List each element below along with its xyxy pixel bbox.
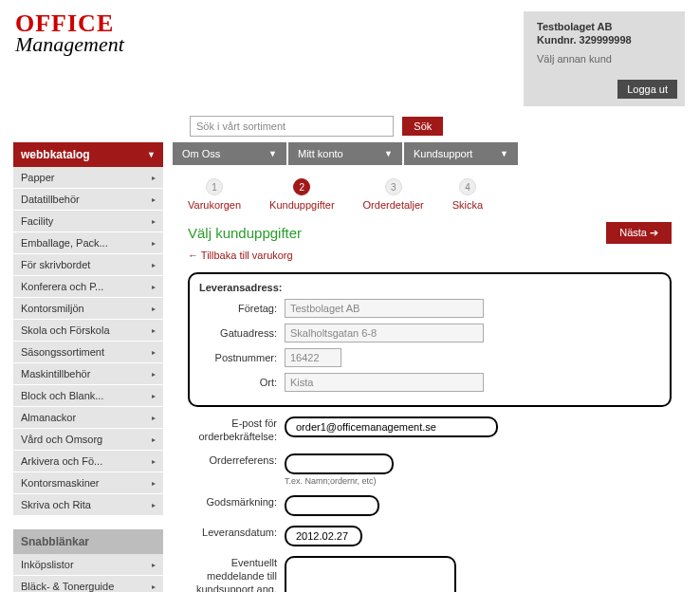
sidebar-item[interactable]: För skrivbordet▸: [13, 254, 163, 276]
logo-bottom: Management: [15, 34, 124, 55]
back-to-cart-link[interactable]: ← Tillbaka till varukorg: [173, 248, 687, 272]
arrow-right-icon: ▸: [152, 261, 156, 269]
logo: OFFICE Management: [15, 11, 124, 55]
page-title: Välj kunduppgifter: [188, 225, 302, 241]
sidebar-item[interactable]: Maskintillbehör▸: [13, 363, 163, 385]
arrow-right-icon: ▸: [152, 583, 156, 591]
sidebar-item[interactable]: Skola och Förskola▸: [13, 320, 163, 342]
sidebar-item[interactable]: Block och Blank...▸: [13, 385, 163, 407]
sidebar-item[interactable]: Konferera och P...▸: [13, 276, 163, 298]
checkout-step[interactable]: 4Skicka: [452, 178, 483, 211]
arrow-right-icon: ▸: [152, 457, 156, 466]
city-label: Ort:: [199, 377, 285, 388]
company-label: Företag:: [199, 303, 285, 314]
arrow-right-icon: ▸: [152, 283, 156, 291]
step-number: 1: [206, 178, 223, 195]
arrow-right-icon: ▸: [152, 326, 156, 335]
sidebar-catalog-header[interactable]: webbkatalog ▼: [13, 142, 163, 167]
customer-number: Kundnr. 329999998: [537, 34, 672, 46]
orderref-field-wrap: [285, 453, 394, 474]
sidebar-item[interactable]: Skriva och Rita▸: [13, 494, 163, 516]
sidebar-item[interactable]: Kontorsmaskiner▸: [13, 472, 163, 494]
date-field[interactable]: [294, 529, 353, 543]
gods-label: Godsmärkning:: [188, 495, 285, 509]
chevron-down-icon: ▼: [500, 149, 508, 158]
chevron-down-icon: ▼: [147, 150, 156, 159]
message-field-wrap: [285, 556, 456, 592]
choose-other-customer-link[interactable]: Välj annan kund: [537, 53, 672, 65]
arrow-right-icon: ▸: [152, 392, 156, 400]
date-field-wrap: [285, 526, 362, 546]
orderref-field[interactable]: [294, 457, 384, 471]
step-number: 2: [293, 178, 310, 195]
gods-field-wrap: [285, 495, 379, 516]
arrow-right-icon: ▸: [152, 348, 156, 357]
date-label: Leveransdatum:: [188, 526, 285, 539]
sidebar-item[interactable]: Säsongssortiment▸: [13, 342, 163, 363]
step-number: 3: [385, 178, 402, 195]
step-number: 4: [459, 178, 476, 195]
topnav-item[interactable]: Mitt konto▼: [288, 142, 402, 165]
arrow-right-icon: ▸: [152, 195, 156, 204]
arrow-right-icon: ▸: [152, 370, 156, 379]
logout-button[interactable]: Logga ut: [617, 80, 677, 99]
email-label: E-post för orderbekräftelse:: [188, 416, 285, 444]
message-field[interactable]: [292, 562, 449, 592]
customer-company: Testbolaget AB: [537, 21, 672, 32]
address-box-title: Leveransadress:: [199, 282, 660, 293]
arrow-right-icon: ▸: [152, 414, 156, 422]
zip-field: [285, 348, 341, 367]
delivery-address-box: Leveransadress: Företag: Gatuadress: Pos…: [188, 272, 672, 407]
sidebar-item[interactable]: Facility▸: [13, 211, 163, 232]
checkout-step[interactable]: 2Kunduppgifter: [269, 178, 335, 211]
step-label: Orderdetaljer: [363, 199, 424, 211]
message-label: Eventuellt meddelande till kundsupport a…: [188, 556, 285, 592]
step-label: Varukorgen: [188, 199, 241, 211]
topnav-item[interactable]: Kundsupport▼: [404, 142, 518, 165]
sidebar-item[interactable]: Kontorsmiljön▸: [13, 298, 163, 320]
street-field: [285, 324, 484, 342]
checkout-step[interactable]: 3Orderdetaljer: [363, 178, 424, 211]
step-label: Skicka: [452, 199, 483, 211]
sidebar-item[interactable]: Datatillbehör▸: [13, 189, 163, 211]
email-field[interactable]: [294, 420, 493, 434]
checkout-step[interactable]: 1Varukorgen: [188, 178, 241, 211]
sidebar-item[interactable]: Papper▸: [13, 167, 163, 189]
arrow-right-icon: ▸: [152, 501, 156, 509]
next-button[interactable]: Nästa ➔: [606, 222, 672, 244]
chevron-down-icon: ▼: [268, 149, 277, 158]
step-label: Kunduppgifter: [269, 199, 335, 211]
sidebar-item[interactable]: Almanackor▸: [13, 407, 163, 429]
customer-info-box: Testbolaget AB Kundnr. 329999998 Välj an…: [524, 11, 685, 106]
arrow-right-icon: ▸: [152, 174, 156, 182]
street-label: Gatuadress:: [199, 327, 285, 339]
search-button[interactable]: Sök: [402, 117, 443, 136]
zip-label: Postnummer:: [199, 352, 285, 363]
quicklink-item[interactable]: Inköpslistor▸: [13, 554, 163, 576]
chevron-down-icon: ▼: [384, 149, 393, 158]
arrow-right-icon: ▸: [152, 561, 156, 569]
gods-field[interactable]: [294, 499, 370, 512]
arrow-right-icon: ▸: [152, 435, 156, 444]
quicklink-item[interactable]: Bläck- & Tonerguide▸: [13, 576, 163, 592]
city-field: [285, 373, 484, 392]
orderref-label: Orderreferens:: [188, 453, 285, 467]
search-input[interactable]: [190, 116, 394, 137]
sidebar-item[interactable]: Emballage, Pack...▸: [13, 232, 163, 254]
topnav-item[interactable]: Om Oss▼: [173, 142, 286, 165]
arrow-right-icon: ▸: [152, 217, 156, 226]
arrow-right-icon: ▸: [152, 479, 156, 488]
email-field-wrap: [285, 416, 498, 437]
arrow-right-icon: ▸: [152, 239, 156, 248]
sidebar-quicklinks-header: Snabblänkar: [13, 529, 163, 554]
arrow-right-icon: ▸: [152, 305, 156, 313]
sidebar-item[interactable]: Arkivera och Fö...▸: [13, 451, 163, 472]
orderref-hint: T.ex. Namn;ordernr, etc): [285, 476, 394, 486]
sidebar-item[interactable]: Vård och Omsorg▸: [13, 429, 163, 451]
company-field: [285, 299, 484, 318]
